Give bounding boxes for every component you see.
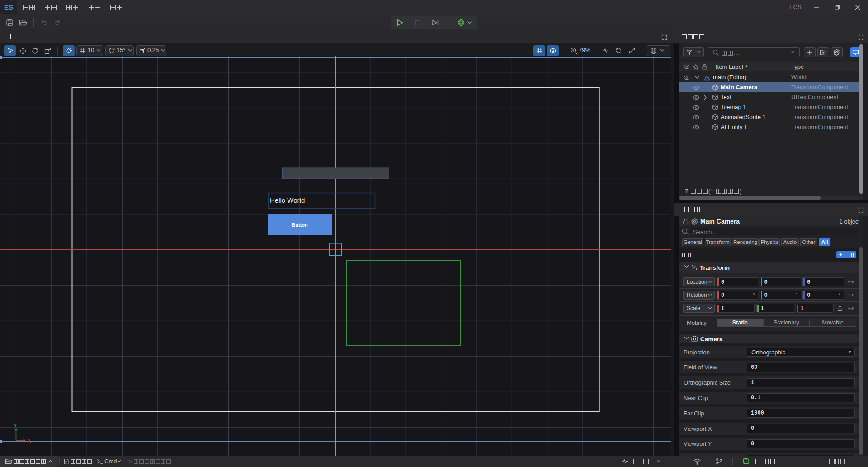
svg-text:X: X	[28, 438, 31, 443]
svg-text:Y: Y	[14, 423, 18, 428]
svg-text:Hello World: Hello World	[270, 196, 305, 204]
svg-text:Button: Button	[292, 222, 308, 228]
